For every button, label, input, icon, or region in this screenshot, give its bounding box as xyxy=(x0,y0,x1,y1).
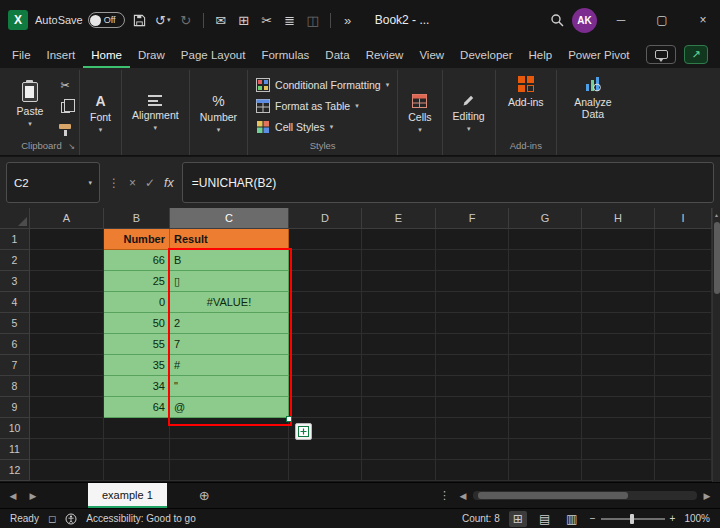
cell-A12[interactable] xyxy=(30,460,104,481)
row-header-7[interactable]: 7 xyxy=(0,355,30,376)
analyze-data-button[interactable]: Analyze Data xyxy=(561,72,625,123)
cell-E12[interactable] xyxy=(362,460,436,481)
auto-fill-options-button[interactable] xyxy=(295,423,312,440)
cell-F12[interactable] xyxy=(436,460,509,481)
cell-C4[interactable]: #VALUE! xyxy=(170,292,289,313)
cell-D8[interactable] xyxy=(289,376,362,397)
cell-A3[interactable] xyxy=(30,271,104,292)
cell-B3[interactable]: 25 xyxy=(104,271,170,292)
cell-G8[interactable] xyxy=(509,376,582,397)
cell-F2[interactable] xyxy=(436,250,509,271)
email-button[interactable]: ✉ xyxy=(213,13,229,28)
cell-G12[interactable] xyxy=(509,460,582,481)
save-button[interactable] xyxy=(132,14,148,27)
cell-I4[interactable] xyxy=(655,292,712,313)
zoom-out-button[interactable]: − xyxy=(590,513,596,524)
horizontal-scrollbar-track[interactable] xyxy=(473,491,697,500)
cell-E5[interactable] xyxy=(362,313,436,334)
cell-F10[interactable] xyxy=(436,418,509,439)
cell-H2[interactable] xyxy=(582,250,655,271)
cell-styles-button[interactable]: Cell Styles ▾ xyxy=(252,116,393,137)
cell-G10[interactable] xyxy=(509,418,582,439)
cell-C5[interactable]: 2 xyxy=(170,313,289,334)
cell-H10[interactable] xyxy=(582,418,655,439)
cell-H11[interactable] xyxy=(582,439,655,460)
cancel-entry-button[interactable]: × xyxy=(129,176,136,190)
cell-G2[interactable] xyxy=(509,250,582,271)
cell-B4[interactable]: 0 xyxy=(104,292,170,313)
zoom-in-button[interactable]: + xyxy=(670,513,676,524)
name-box[interactable]: C2 ▾ xyxy=(6,162,100,203)
cell-B12[interactable] xyxy=(104,460,170,481)
cell-H8[interactable] xyxy=(582,376,655,397)
cell-B9[interactable]: 64 xyxy=(104,397,170,418)
window-split-button[interactable]: ◫ xyxy=(305,13,321,28)
share-button[interactable]: ↗ xyxy=(684,45,708,64)
cell-A6[interactable] xyxy=(30,334,104,355)
autosave-control[interactable]: AutoSave Off xyxy=(35,12,125,28)
cell-D3[interactable] xyxy=(289,271,362,292)
cell-E1[interactable] xyxy=(362,229,436,250)
cell-I2[interactable] xyxy=(655,250,712,271)
cut-button[interactable]: ✂ xyxy=(55,77,75,93)
accessibility-status[interactable]: Accessibility: Good to go xyxy=(86,513,196,524)
cell-C7[interactable]: # xyxy=(170,355,289,376)
cell-C8[interactable]: " xyxy=(170,376,289,397)
cell-B7[interactable]: 35 xyxy=(104,355,170,376)
cell-F6[interactable] xyxy=(436,334,509,355)
ribbon-tab-insert[interactable]: Insert xyxy=(39,43,84,68)
cells-group-button[interactable]: Cells ▾ xyxy=(402,72,437,155)
cell-D6[interactable] xyxy=(289,334,362,355)
row-header-9[interactable]: 9 xyxy=(0,397,30,418)
ribbon-tab-power-pivot[interactable]: Power Pivot xyxy=(560,43,637,68)
cell-C9[interactable]: @ xyxy=(170,397,289,418)
ribbon-tab-help[interactable]: Help xyxy=(521,43,561,68)
zoom-slider[interactable]: − + xyxy=(590,513,676,524)
redo-button[interactable]: ↻ xyxy=(178,13,194,28)
cell-G7[interactable] xyxy=(509,355,582,376)
maximize-button[interactable]: ▢ xyxy=(645,0,679,40)
cell-G4[interactable] xyxy=(509,292,582,313)
cell-D11[interactable] xyxy=(289,439,362,460)
conditional-formatting-button[interactable]: Conditional Formatting ▾ xyxy=(252,74,393,95)
cell-F11[interactable] xyxy=(436,439,509,460)
row-header-1[interactable]: 1 xyxy=(0,229,30,250)
cell-C12[interactable] xyxy=(170,460,289,481)
horizontal-scrollbar-thumb[interactable] xyxy=(478,492,628,499)
scroll-right-icon[interactable]: ▶ xyxy=(700,491,714,501)
cell-F5[interactable] xyxy=(436,313,509,334)
column-header-I[interactable]: I xyxy=(655,208,712,229)
cell-I9[interactable] xyxy=(655,397,712,418)
cell-H9[interactable] xyxy=(582,397,655,418)
ribbon-tab-draw[interactable]: Draw xyxy=(130,43,173,68)
cell-D5[interactable] xyxy=(289,313,362,334)
cell-A4[interactable] xyxy=(30,292,104,313)
cell-B6[interactable]: 55 xyxy=(104,334,170,355)
zoom-level[interactable]: 100% xyxy=(684,513,710,524)
cell-G3[interactable] xyxy=(509,271,582,292)
horizontal-scrollbar[interactable]: ◀ ▶ xyxy=(456,491,714,501)
cell-B10[interactable] xyxy=(104,418,170,439)
cell-E2[interactable] xyxy=(362,250,436,271)
column-header-A[interactable]: A xyxy=(30,208,104,229)
table-button[interactable]: ⊞ xyxy=(236,13,252,28)
cell-I3[interactable] xyxy=(655,271,712,292)
format-painter-button[interactable] xyxy=(55,121,75,137)
column-header-E[interactable]: E xyxy=(362,208,436,229)
cell-E9[interactable] xyxy=(362,397,436,418)
scroll-left-icon[interactable]: ◀ xyxy=(456,491,470,501)
column-header-C[interactable]: C xyxy=(170,208,289,229)
editing-group-button[interactable]: Editing ▾ xyxy=(447,72,491,155)
cell-H6[interactable] xyxy=(582,334,655,355)
cell-C1[interactable]: Result xyxy=(170,229,289,250)
cell-D7[interactable] xyxy=(289,355,362,376)
font-group-button[interactable]: A Font ▾ xyxy=(84,72,117,155)
ribbon-tab-file[interactable]: File xyxy=(4,43,39,68)
row-header-4[interactable]: 4 xyxy=(0,292,30,313)
normal-view-button[interactable]: ⊞ xyxy=(509,511,527,527)
cell-E8[interactable] xyxy=(362,376,436,397)
ribbon-tab-developer[interactable]: Developer xyxy=(452,43,520,68)
select-all-button[interactable] xyxy=(0,208,30,229)
cell-C10[interactable] xyxy=(170,418,289,439)
cell-F3[interactable] xyxy=(436,271,509,292)
